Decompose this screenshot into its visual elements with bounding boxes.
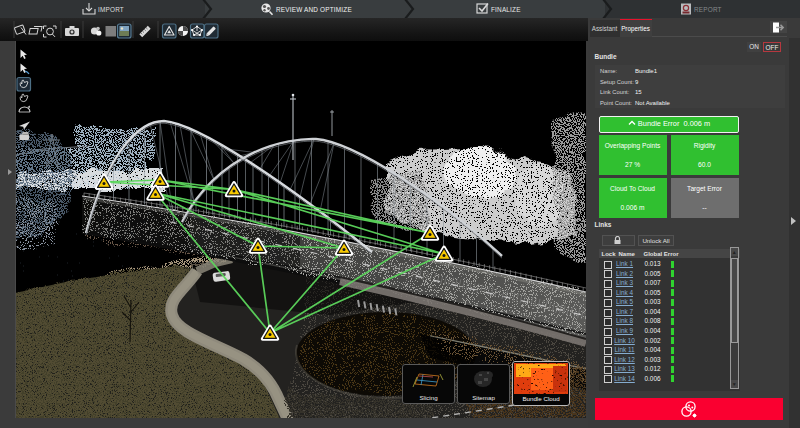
svg-text:FINALIZE: FINALIZE: [491, 6, 521, 13]
svg-text:REVIEW AND OPTIMIZE: REVIEW AND OPTIMIZE: [276, 6, 352, 13]
svg-text:REPORT: REPORT: [694, 6, 722, 13]
svg-text:IMPORT: IMPORT: [98, 6, 124, 13]
